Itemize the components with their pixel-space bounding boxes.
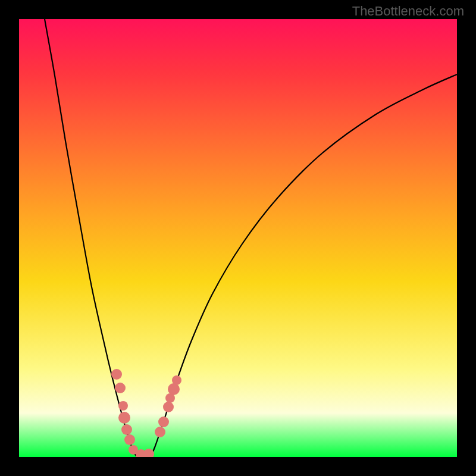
overlay-dot	[118, 401, 128, 411]
overlay-dot	[172, 375, 181, 385]
chart-plot-area	[19, 19, 457, 457]
overlay-dot	[111, 369, 122, 380]
curve-layer	[19, 19, 457, 457]
overlay-dot	[163, 402, 174, 412]
overlay-dot	[124, 434, 135, 445]
overlay-dot	[155, 427, 165, 437]
overlay-dot	[168, 383, 180, 395]
overlay-dot	[158, 416, 169, 427]
overlay-dot	[118, 412, 130, 424]
bottleneck-curve-right	[150, 74, 457, 457]
overlay-dots-group	[111, 369, 181, 457]
overlay-dot	[143, 449, 154, 457]
overlay-dot	[115, 383, 126, 393]
watermark-text: TheBottleneck.com	[352, 4, 464, 19]
overlay-dot	[121, 424, 132, 435]
